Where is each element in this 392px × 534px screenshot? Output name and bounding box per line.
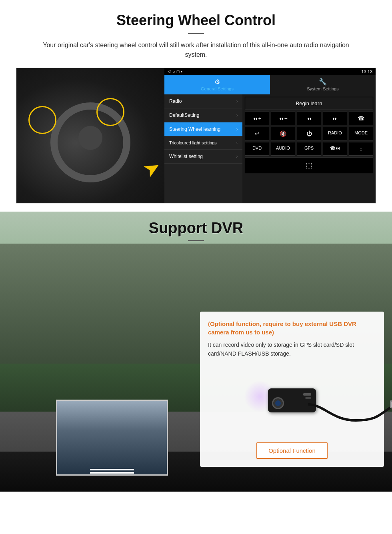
power-button[interactable]: ⏻: [297, 127, 321, 140]
menu-item-whitelist-label: Whitelist setting: [169, 154, 203, 159]
android-ui-panel: ◁ ○ □ ▪ 13:13 ⚙ General Settings 🔧 Syste…: [164, 68, 376, 203]
android-content: Radio › DefaultSetting › Steering Wheel …: [164, 94, 376, 203]
radio-button[interactable]: RADIO: [323, 127, 347, 140]
home-icon: ○: [172, 69, 175, 74]
swap-button[interactable]: ↕: [349, 142, 373, 156]
menu-item-whitelist[interactable]: Whitelist setting ›: [164, 150, 242, 164]
steering-description: Your original car's steering wheel contr…: [32, 40, 360, 60]
menu-item-radio-label: Radio: [169, 98, 182, 104]
tab-system-label: System Settings: [307, 86, 338, 91]
annotation-left: [28, 106, 56, 134]
system-icon: 🔧: [319, 78, 327, 86]
vol-down-button[interactable]: ⏮−: [271, 112, 295, 125]
steering-wheel-bg: ➤: [16, 68, 164, 204]
road-stripe-2: [90, 472, 134, 474]
recents-icon: □: [177, 69, 180, 74]
arrow-icon: ›: [236, 99, 238, 104]
button-panel: Begin learn ⏮+ ⏮− ⏮ ⏭ ☎ ↩ 🔇 ⏻: [242, 94, 376, 203]
statusbar-time: 13:13: [361, 69, 372, 74]
menu-item-tricoloured[interactable]: Tricoloured light settings ›: [164, 136, 242, 150]
dvr-info-card: (Optional function, require to buy exter…: [200, 312, 384, 467]
wheel-hub: [78, 126, 102, 150]
dvr-title-overlay: Support DVR: [0, 212, 392, 241]
begin-learn-row: Begin learn: [245, 97, 373, 110]
begin-learn-button[interactable]: Begin learn: [245, 97, 373, 110]
menu-item-radio[interactable]: Radio ›: [164, 94, 242, 108]
menu-item-tricoloured-label: Tricoloured light settings: [169, 140, 217, 145]
steering-wheel-photo: ➤: [16, 68, 164, 204]
camera-group: [268, 388, 316, 412]
control-row-3: DVD AUDIO GPS ☎⏭ ↕: [245, 142, 373, 156]
tab-system-settings[interactable]: 🔧 System Settings: [270, 75, 376, 94]
dvr-camera-illustration: [208, 364, 376, 436]
mute-button[interactable]: 🔇: [271, 127, 295, 140]
vol-up-button[interactable]: ⏮+: [245, 112, 269, 125]
control-row-1: ⏮+ ⏮− ⏮ ⏭ ☎: [245, 112, 373, 125]
dvr-title: Support DVR: [0, 220, 392, 237]
menu-icon: ▪: [181, 69, 182, 74]
next-button[interactable]: ⏭: [323, 112, 347, 125]
prev-button[interactable]: ⏮: [297, 112, 321, 125]
menu-item-steering-label: Steering Wheel learning: [169, 126, 220, 132]
mode-button[interactable]: MODE: [349, 127, 373, 140]
phone-next-button[interactable]: ☎⏭: [323, 142, 347, 156]
optional-function-button[interactable]: Optional Function: [256, 442, 328, 459]
gear-icon: ⚙: [214, 78, 220, 86]
menu-item-steering-learning[interactable]: Steering Wheel learning ›: [164, 122, 242, 136]
dvd-button[interactable]: DVD: [245, 142, 269, 156]
tab-general-label: General Settings: [201, 86, 234, 91]
gps-button[interactable]: GPS: [297, 142, 321, 156]
android-statusbar: ◁ ○ □ ▪ 13:13: [164, 68, 376, 75]
android-tabs: ⚙ General Settings 🔧 System Settings: [164, 75, 376, 94]
menu-item-defaultsetting[interactable]: DefaultSetting ›: [164, 108, 242, 122]
camera-cable-svg: [308, 396, 392, 428]
arrow-icon: ›: [236, 154, 238, 159]
dvr-description: It can record video only to storage in G…: [208, 340, 376, 358]
camera-detail: [303, 393, 311, 396]
dvr-background: Support DVR (Optional function, require …: [0, 212, 392, 492]
back-icon: ◁: [168, 69, 171, 74]
small-photo-inner: [57, 401, 167, 474]
page-title: Steering Wheel Control: [16, 12, 376, 29]
title-divider: [188, 33, 204, 34]
back-button[interactable]: ↩: [245, 127, 269, 140]
annotation-right: [96, 98, 124, 126]
menu-item-default-label: DefaultSetting: [169, 112, 199, 118]
arrow-icon: ›: [236, 113, 238, 118]
dvr-small-photo: [56, 400, 168, 476]
arrow-icon: ›: [236, 127, 238, 132]
control-row-2: ↩ 🔇 ⏻ RADIO MODE: [245, 127, 373, 140]
optional-function-container: Optional Function: [208, 442, 376, 459]
tab-general-settings[interactable]: ⚙ General Settings: [164, 75, 270, 94]
steering-section: Steering Wheel Control Your original car…: [0, 0, 392, 212]
control-row-4: ⬚: [245, 157, 373, 173]
camera-lens: [272, 397, 284, 409]
dvr-title-divider: [188, 240, 204, 241]
dvr-optional-text: (Optional function, require to buy exter…: [208, 320, 376, 336]
statusbar-nav-icons: ◁ ○ □ ▪: [168, 69, 182, 74]
menu-list: Radio › DefaultSetting › Steering Wheel …: [164, 94, 242, 203]
steering-composite: ➤ ◁ ○ □ ▪ 13:13 ⚙ General Settings: [16, 68, 376, 204]
phone-button[interactable]: ☎: [349, 112, 373, 125]
extra-button[interactable]: ⬚: [245, 157, 373, 173]
audio-button[interactable]: AUDIO: [271, 142, 295, 156]
yellow-arrow-icon: ➤: [139, 154, 164, 182]
road-stripe: [90, 469, 134, 470]
dvr-section: Support DVR (Optional function, require …: [0, 212, 392, 492]
arrow-icon: ›: [236, 141, 238, 145]
